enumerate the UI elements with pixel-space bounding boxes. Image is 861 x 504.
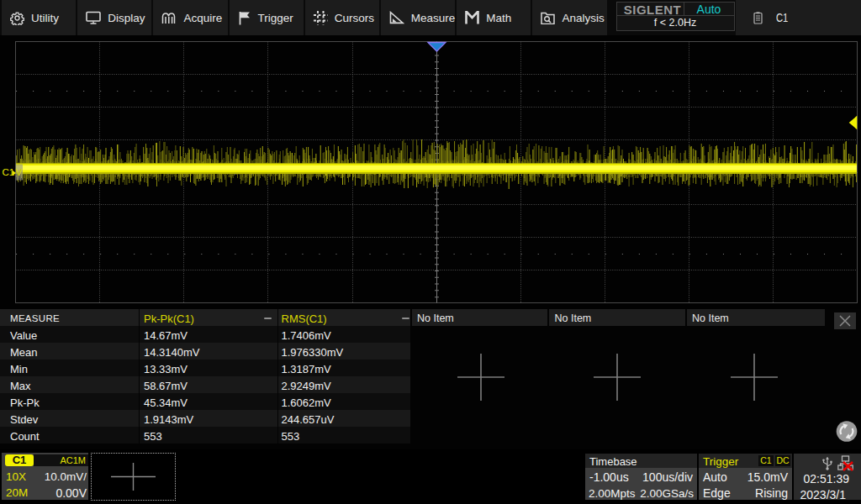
svg-text:V: V <box>16 167 23 177</box>
